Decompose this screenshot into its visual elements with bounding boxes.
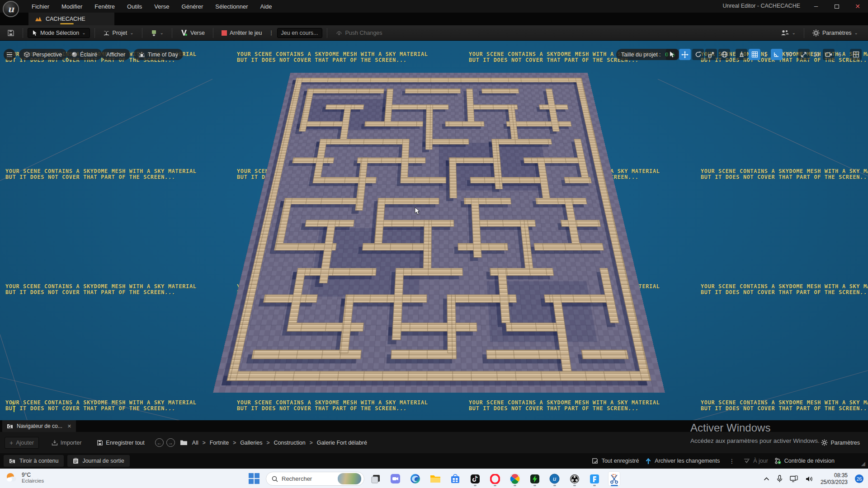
content-browser-tab-row: Navigateur de co... ✕ — [0, 420, 868, 432]
taskbar-icon-photos[interactable] — [509, 472, 520, 486]
maximize-viewport-button[interactable] — [850, 49, 862, 60]
menu-verse[interactable]: Verse — [154, 3, 169, 10]
time-of-day-dropdown[interactable]: Time of Day — [133, 49, 183, 60]
close-button[interactable]: ✕ — [847, 0, 868, 13]
world-space-button[interactable] — [718, 49, 730, 60]
taskbar-icon-fortnite[interactable] — [589, 472, 600, 486]
taskbar-icon-file-explorer[interactable] — [429, 472, 441, 486]
taskbar-icon-opera[interactable] — [489, 472, 500, 486]
breadcrumb-item[interactable]: Fortnite — [210, 440, 229, 446]
settings-dropdown[interactable]: Paramètres — [809, 28, 862, 38]
close-tab-icon[interactable]: ✕ — [66, 423, 71, 429]
scale-snap-button[interactable] — [798, 49, 810, 60]
resize-grip[interactable]: ◢ — [861, 460, 865, 467]
taskbar-icon-snipping-tool[interactable] — [609, 472, 620, 486]
menu-modifier[interactable]: Modifier — [61, 3, 82, 10]
running-indicator — [514, 485, 516, 486]
camera-speed-button[interactable] — [823, 49, 835, 60]
taskbar-icon-task-view[interactable] — [370, 472, 381, 486]
scale-tool-button[interactable] — [705, 49, 717, 60]
chevron-down-icon — [792, 31, 796, 35]
forward-button[interactable]: → — [166, 438, 175, 447]
taskbar-icon-edge[interactable] — [410, 472, 421, 486]
content-browser-settings[interactable]: Paramètres — [821, 439, 860, 446]
surface-snap-button[interactable] — [736, 49, 747, 60]
commit-changes-button[interactable]: Archiver les changements — [645, 458, 720, 465]
all-saved-indicator[interactable]: Tout enregistré — [592, 458, 639, 465]
running-indicator — [593, 485, 596, 486]
menu-aide[interactable]: Aide — [260, 3, 272, 10]
breadcrumb-item[interactable]: Construction — [274, 440, 305, 446]
add-button[interactable]: + Ajouter — [5, 437, 39, 449]
verse-button[interactable]: Verse — [177, 28, 208, 38]
select-cursor-icon — [32, 30, 38, 36]
lit-mode-dropdown[interactable]: Éclairé — [66, 49, 102, 60]
save-button[interactable] — [4, 28, 18, 38]
breadcrumb-item[interactable]: All — [192, 440, 198, 446]
perspective-dropdown[interactable]: Perspective — [19, 49, 67, 60]
taskbar-icon-chat[interactable] — [390, 472, 401, 486]
saved-icon — [592, 458, 599, 465]
hidden-icons-chevron[interactable] — [764, 477, 769, 481]
restore-icon — [835, 5, 839, 9]
unreal-logo-icon[interactable]: u — [3, 1, 19, 17]
menu-générer[interactable]: Générer — [182, 3, 203, 10]
menu-outils[interactable]: Outils — [127, 3, 142, 10]
separator — [142, 28, 142, 38]
move-tool-button[interactable] — [679, 49, 691, 60]
push-changes-button[interactable]: Push Changes — [332, 28, 386, 38]
revision-control-button[interactable]: Contrôle de révision — [774, 458, 835, 465]
menu-bar: FichierModifierFenêtreOutilsVerseGénérer… — [32, 3, 272, 10]
grid-snap-button[interactable] — [749, 49, 760, 60]
menu-sélectionner[interactable]: Sélectionner — [215, 3, 248, 10]
angle-snap-button[interactable] — [771, 49, 783, 60]
breadcrumb-separator: > — [306, 440, 317, 446]
kebab-menu-icon[interactable] — [266, 29, 277, 36]
minimize-button[interactable]: ─ — [806, 0, 826, 13]
menu-fenêtre[interactable]: Fenêtre — [94, 3, 115, 10]
multi-user-dropdown[interactable] — [777, 28, 799, 38]
volume-icon[interactable] — [806, 476, 813, 482]
breadcrumb-item[interactable]: Galerie Fort délabré — [317, 440, 367, 446]
notification-badge[interactable]: 26 — [855, 474, 863, 483]
kebab-menu-icon[interactable] — [726, 458, 737, 465]
taskbar-icon-lightning-app[interactable] — [529, 472, 540, 486]
viewport[interactable]: YOUR SCENE CONTAINS A SKYDOME MESH WITH … — [0, 41, 868, 420]
clock[interactable]: 08:35 25/03/2023 — [821, 472, 848, 486]
output-log-button[interactable]: Journal de sortie — [67, 455, 129, 467]
taskbar-icon-tiktok[interactable] — [469, 472, 481, 486]
menu-fichier[interactable]: Fichier — [32, 3, 49, 10]
mode-selection-dropdown[interactable]: Mode Sélection — [28, 28, 90, 38]
breadcrumb-item[interactable]: Galleries — [240, 440, 262, 446]
select-tool-button[interactable] — [666, 49, 678, 60]
maze-structure — [213, 73, 665, 393]
game-running-button[interactable]: Jeu en cours... — [277, 28, 322, 38]
start-button[interactable] — [249, 473, 260, 485]
launch-island-dropdown[interactable] — [147, 28, 167, 38]
camera-speed-value: 6 — [836, 52, 844, 58]
asset-tab-cachecache[interactable]: CACHECACHE — [28, 13, 114, 25]
project-dropdown[interactable]: Projet — [99, 28, 137, 38]
save-all-button[interactable]: Enregistrer tout — [92, 438, 149, 448]
viewport-menu-button[interactable] — [4, 49, 15, 61]
back-button[interactable]: ← — [155, 438, 164, 447]
weather-widget[interactable]: 9°C Eclaircies — [5, 471, 44, 484]
microphone-icon[interactable] — [777, 475, 783, 483]
taskbar-icon-microsoft-store[interactable] — [449, 472, 461, 486]
push-changes-icon — [335, 29, 343, 36]
up-to-date-indicator: À jour — [744, 458, 768, 464]
content-browser-panel: Navigateur de co... ✕ + Ajouter Importer… — [0, 420, 868, 453]
network-display-icon[interactable] — [790, 475, 798, 483]
content-browser-tab[interactable]: Navigateur de co... ✕ — [2, 420, 76, 432]
content-drawer-button[interactable]: Tiroir à contenu — [4, 455, 64, 467]
restore-button[interactable] — [826, 0, 847, 13]
sun-icon — [138, 52, 145, 57]
taskbar-icon-obs-studio[interactable] — [569, 472, 580, 486]
import-button[interactable]: Importer — [47, 438, 86, 448]
search-box[interactable]: Rechercher — [266, 472, 364, 486]
show-flags-dropdown[interactable]: Afficher — [101, 49, 130, 60]
weather-icon — [5, 471, 18, 484]
taskbar-icon-unreal-engine[interactable]: u — [549, 472, 560, 486]
stop-game-button[interactable]: Arrêter le jeu — [218, 28, 266, 38]
rotate-tool-button[interactable] — [692, 49, 704, 60]
